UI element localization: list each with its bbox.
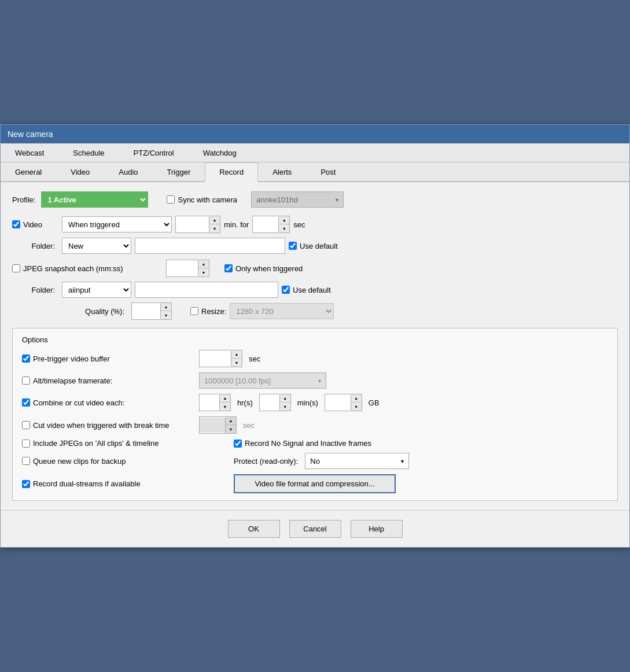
pre-trigger-down[interactable]: ▼ [231,359,242,367]
pre-trigger-input[interactable]: 10.0 [200,351,231,366]
use-default-checkbox2[interactable] [282,286,290,294]
tabs-row2: General Video Audio Trigger Record Alert… [1,163,629,182]
pre-trigger-up[interactable]: ▲ [231,350,242,359]
jpeg-interval-down[interactable]: ▼ [198,268,209,276]
cancel-button[interactable]: Cancel [289,520,341,538]
video-checkbox-wrap[interactable]: Video [12,220,58,229]
tab-ptz-control[interactable]: PTZ/Control [119,143,189,162]
video-sec-up[interactable]: ▲ [279,216,289,224]
queue-backup-wrap[interactable]: Queue new clips for backup [22,457,230,466]
combine-cut-checkbox[interactable] [22,398,30,407]
use-default-checkbox-wrap1[interactable]: Use default [289,242,338,250]
alt-timelapse-checkbox[interactable] [22,376,30,385]
ok-button[interactable]: OK [228,520,280,538]
min-down[interactable]: ▼ [280,403,290,411]
tab-audio[interactable]: Audio [104,163,152,181]
jpeg-path-input[interactable]: &CAM.%Y%m%d_%H%M%St [135,282,278,298]
tab-trigger[interactable]: Trigger [153,163,205,181]
folder-label1: Folder: [12,242,58,250]
timelapse-select[interactable]: 1000000 [10.00 fps] ▾ [199,372,326,389]
sync-camera-label: Sync with camera [178,195,237,204]
tab-watchdog[interactable]: Watchdog [189,143,251,162]
min-spinner: 0 ▲ ▼ [259,394,291,411]
record-dual-checkbox[interactable] [22,480,30,488]
tab-record[interactable]: Record [205,163,258,182]
resize-checkbox[interactable] [190,307,198,315]
tab-general[interactable]: General [1,163,56,181]
hr-up[interactable]: ▲ [220,394,230,403]
hr-input[interactable]: 1 [200,395,220,410]
queue-backup-checkbox[interactable] [22,457,30,465]
cut-video-checkbox[interactable] [22,421,30,429]
main-window: New camera Webcast Schedule PTZ/Control … [0,124,630,548]
min-input[interactable]: 0 [260,395,280,410]
video-folder-select[interactable]: New [62,238,131,254]
cut-video-down[interactable]: ▼ [226,425,236,433]
combine-cut-wrap[interactable]: Combine or cut video each: [22,398,196,407]
video-sec-down[interactable]: ▼ [279,224,289,232]
video-checkbox[interactable] [12,220,20,228]
help-button[interactable]: Help [351,520,403,538]
sync-camera-checkbox-wrap[interactable]: Sync with camera [167,195,237,204]
only-triggered-wrap[interactable]: Only when triggered [224,264,303,273]
only-triggered-checkbox[interactable] [224,264,233,272]
sec-label: sec [293,220,305,229]
use-default-checkbox-wrap2[interactable]: Use default [282,286,331,294]
quality-down[interactable]: ▼ [161,311,171,319]
tab-post[interactable]: Post [306,163,350,181]
video-format-button[interactable]: Video file format and compression... [234,474,396,493]
record-no-signal-wrap[interactable]: Record No Signal and Inactive frames [234,439,371,448]
include-jpegs-checkbox[interactable] [22,440,30,448]
hr-unit: hr(s) [237,398,253,407]
record-no-signal-checkbox[interactable] [234,440,242,448]
tab-alerts[interactable]: Alerts [258,163,306,181]
sync-camera-checkbox[interactable] [167,195,175,204]
video-time-down[interactable]: ▼ [209,224,220,232]
hr-down[interactable]: ▼ [220,403,230,411]
tab-webcast[interactable]: Webcast [1,143,58,162]
use-default-label2: Use default [293,286,331,294]
video-time-up[interactable]: ▲ [209,216,220,224]
use-default-checkbox1[interactable] [289,242,297,250]
jpeg-interval-up[interactable]: ▲ [198,260,209,268]
record-dual-wrap[interactable]: Record dual-streams if available [22,479,230,488]
jpeg-interval-spinner: 0:05.0 ▲ ▼ [166,260,209,277]
tab-schedule[interactable]: Schedule [58,143,119,162]
video-sec-input[interactable]: 5.0 [253,217,279,232]
resize-select[interactable]: 1280 x 720 [230,303,334,319]
jpeg-checkbox[interactable] [12,264,20,272]
hr-spinner: 1 ▲ ▼ [199,394,231,411]
resize-checkbox-wrap[interactable]: Resize: [190,307,226,316]
video-path-input[interactable]: &CAM.%Y%m%d_%H%M%S [135,238,285,254]
quality-btns: ▲ ▼ [161,303,171,319]
profile-row: Profile: 1 Active Sync with camera annke… [12,191,618,208]
protect-select[interactable]: No ▾ [305,453,409,469]
video-time-input[interactable]: 10:00 [176,217,209,232]
pre-trigger-wrap[interactable]: Pre-trigger video buffer [22,355,196,363]
gb-down[interactable]: ▼ [351,403,362,411]
profile-label: Profile: [12,195,35,204]
gb-up[interactable]: ▲ [351,394,362,403]
quality-up[interactable]: ▲ [161,303,171,311]
window-title: New camera [8,130,53,139]
jpeg-interval-input[interactable]: 0:05.0 [167,261,198,276]
gb-input[interactable]: 4.0 [325,395,351,410]
jpeg-folder-select[interactable]: aiinput [62,282,131,298]
cut-video-input[interactable]: 0 [200,418,226,433]
gb-unit: GB [369,398,380,407]
cut-video-wrap[interactable]: Cut video when triggered with break time [22,421,196,430]
pre-trigger-checkbox[interactable] [22,355,30,363]
quality-input[interactable]: 100 [132,304,161,319]
tab-video[interactable]: Video [56,163,104,181]
alt-timelapse-wrap[interactable]: Alt/timelapse framerate: [22,376,196,385]
content-area: Profile: 1 Active Sync with camera annke… [1,182,629,510]
min-up[interactable]: ▲ [280,394,290,403]
profile-select[interactable]: 1 Active [41,191,148,208]
video-trigger-select[interactable]: When triggered [62,216,172,232]
pre-trigger-label: Pre-trigger video buffer [33,355,110,363]
include-jpegs-wrap[interactable]: Include JPEGs on 'All clips' & timeline [22,439,230,448]
cut-video-up[interactable]: ▲ [226,417,236,425]
cut-video-label: Cut video when triggered with break time [33,421,170,430]
video-label: Video [23,220,42,229]
jpeg-checkbox-wrap[interactable]: JPEG snapshot each (mm:ss) [12,264,163,273]
